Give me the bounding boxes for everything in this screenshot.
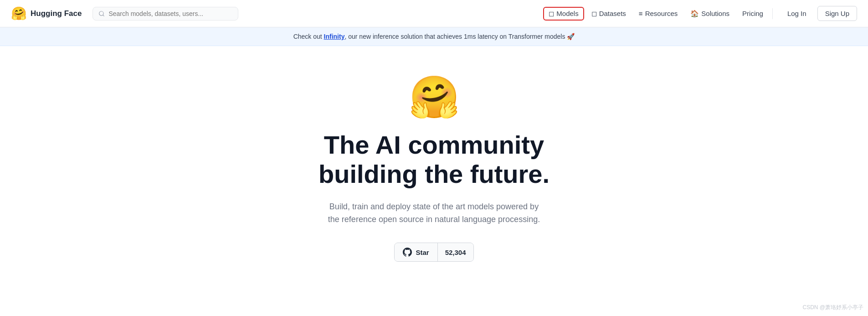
star-count-value: 52,304 [445, 249, 466, 256]
github-star-group: Star 52,304 [394, 243, 473, 262]
svg-line-1 [103, 15, 104, 16]
nav-divider [772, 8, 773, 19]
nav-links: ◻ Models ◻ Datasets ≡ Resources 🏠 Soluti… [543, 7, 769, 21]
login-button[interactable]: Log In [780, 6, 814, 21]
search-input[interactable] [108, 10, 232, 17]
hero-title: The AI community building the future. [318, 130, 550, 189]
brand-name: Hugging Face [31, 9, 82, 18]
nav-label-solutions: Solutions [701, 10, 729, 17]
hero-title-line1: The AI community [324, 130, 544, 159]
hero-subtitle-line1: Build, train and deploy state of the art… [329, 202, 539, 211]
banner-link[interactable]: Infinity [324, 33, 345, 40]
nav-label-resources: Resources [645, 10, 678, 17]
hero-subtitle: Build, train and deploy state of the art… [328, 200, 540, 227]
nav-item-datasets[interactable]: ◻ Datasets [586, 7, 632, 21]
nav-item-pricing[interactable]: Pricing [737, 7, 769, 20]
star-label: Star [416, 249, 429, 256]
search-icon [98, 10, 105, 17]
brand-logo-link[interactable]: 🤗 Hugging Face [11, 6, 82, 21]
banner-prefix: Check out [293, 33, 324, 40]
nav-item-models[interactable]: ◻ Models [543, 7, 584, 21]
nav-label-datasets: Datasets [599, 10, 626, 17]
navbar: 🤗 Hugging Face ◻ Models ◻ Datasets ≡ Res… [0, 0, 868, 27]
nav-label-models: Models [556, 10, 578, 17]
github-star-count[interactable]: 52,304 [438, 243, 473, 261]
signup-button[interactable]: Sign Up [817, 6, 857, 21]
hugging-face-logo: 🤗 [11, 6, 27, 21]
nav-auth: Log In Sign Up [780, 6, 857, 21]
resources-icon: ≡ [639, 10, 643, 17]
nav-item-solutions[interactable]: 🏠 Solutions [685, 7, 735, 21]
github-icon [403, 248, 412, 257]
github-star-button[interactable]: Star [395, 243, 437, 261]
hero-subtitle-line2: the reference open source in natural lan… [328, 215, 540, 224]
watermark: CSDN @萧珞妤系小亭子 [802, 304, 863, 311]
nav-label-pricing: Pricing [742, 10, 763, 17]
datasets-icon: ◻ [591, 10, 597, 18]
nav-item-resources[interactable]: ≡ Resources [633, 7, 683, 20]
search-bar [92, 7, 238, 21]
hero-emoji: 🤗 [409, 77, 460, 118]
solutions-icon: 🏠 [690, 10, 699, 18]
models-icon: ◻ [549, 10, 554, 18]
banner-suffix: , our new inference solution that achiev… [344, 33, 575, 40]
hero-title-line2: building the future. [318, 160, 550, 188]
hero-section: 🤗 The AI community building the future. … [0, 46, 868, 283]
announcement-banner: Check out Infinity, our new inference so… [0, 27, 868, 46]
